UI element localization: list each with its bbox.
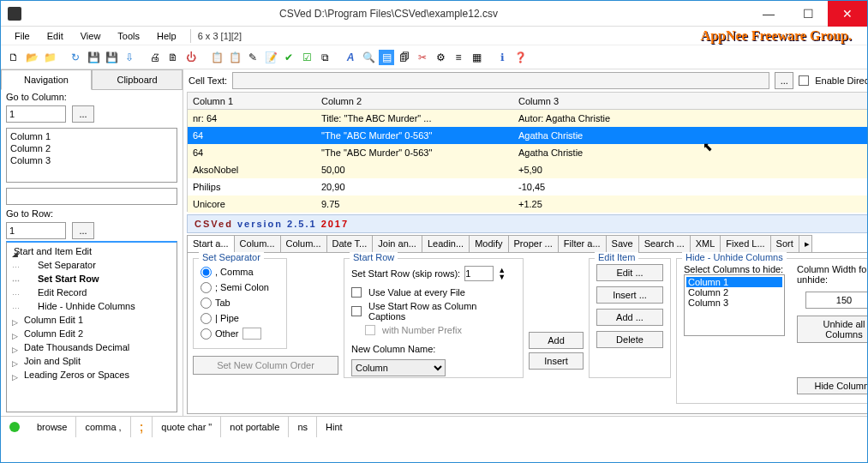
tab-search[interactable]: Search ... — [638, 235, 691, 252]
check-box-icon[interactable]: ☑ — [299, 50, 314, 65]
goto-row-button[interactable]: ... — [72, 222, 94, 239]
help-icon[interactable]: ❓ — [512, 50, 528, 65]
tree-start-item-edit[interactable]: Start and Item Edit — [9, 244, 175, 258]
exit-icon[interactable]: ⏻ — [183, 50, 199, 65]
tab-clipboard[interactable]: Clipboard — [92, 69, 183, 90]
radio-pipe[interactable]: | Pipe — [201, 310, 279, 326]
tab-join[interactable]: Join an... — [372, 235, 422, 252]
new-column-combo[interactable]: Column — [351, 359, 446, 376]
unhide-all-button[interactable]: Unhide all Columns — [797, 316, 868, 343]
start-row-spinner[interactable] — [464, 266, 494, 281]
tab-modify[interactable]: Modify — [469, 235, 508, 252]
edit-button[interactable]: Edit ... — [596, 264, 663, 281]
list-icon[interactable]: ≡ — [451, 50, 466, 65]
column-list-item[interactable]: Column 3 — [10, 154, 173, 166]
grid-icon[interactable]: ▦ — [469, 50, 484, 65]
chk-use-start-row-captions[interactable]: Use Start Row as Column Captions — [351, 302, 516, 321]
export-icon[interactable]: ⇩ — [122, 50, 137, 65]
column-list[interactable]: Column 1 Column 2 Column 3 — [6, 128, 177, 183]
tab-proper[interactable]: Proper ... — [508, 235, 559, 252]
column-width-input[interactable] — [805, 292, 868, 309]
insert-column-button[interactable]: Insert — [529, 352, 584, 370]
tab-xml[interactable]: XML — [690, 235, 721, 252]
menu-view[interactable]: View — [74, 29, 108, 43]
tab-column2[interactable]: Colum... — [280, 235, 327, 252]
delete-button[interactable]: Delete — [596, 331, 663, 348]
tool3-icon[interactable]: ⧉ — [317, 50, 332, 65]
cell-text-input[interactable] — [232, 72, 769, 89]
tab-fixed[interactable]: Fixed L... — [720, 235, 770, 252]
col-header-2[interactable]: Column 2 — [316, 96, 513, 106]
column-list-item[interactable]: Column 2 — [10, 142, 173, 154]
tree-hide-unhide[interactable]: Hide - Unhide Columns — [9, 299, 175, 313]
tree-leading-zeros[interactable]: Leading Zeros or Spaces — [9, 368, 175, 382]
tree-date-thousands[interactable]: Date Thousands Decimal — [9, 340, 175, 354]
tool2-icon[interactable]: 📝 — [263, 50, 278, 65]
tab-navigation[interactable]: Navigation — [1, 69, 92, 90]
goto-column-button[interactable]: ... — [72, 105, 94, 123]
tree-column-edit-2[interactable]: Column Edit 2 — [9, 327, 175, 340]
set-column-order-button[interactable]: Set New Column Order — [193, 356, 338, 375]
add-column-button[interactable]: Add — [529, 332, 584, 349]
settings-icon[interactable]: ⚙ — [433, 50, 448, 65]
tree-column-edit-1[interactable]: Column Edit 1 — [9, 313, 175, 327]
tool1-icon[interactable]: ✎ — [245, 50, 260, 65]
info-icon[interactable]: ℹ — [494, 50, 510, 65]
goto-column-input[interactable] — [6, 105, 66, 123]
page-icon[interactable]: 🗐 — [397, 50, 412, 65]
filter-input[interactable] — [6, 188, 177, 205]
check-green-icon[interactable]: ✔ — [281, 50, 296, 65]
hide-col-2[interactable]: Column 2 — [686, 287, 782, 298]
hide-col-3[interactable]: Column 3 — [686, 298, 782, 308]
add-button[interactable]: Add ... — [596, 309, 663, 326]
radio-semicolon[interactable]: ; Semi Colon — [201, 280, 279, 295]
zoom-icon[interactable]: 🔍 — [361, 50, 376, 65]
enable-direct-editing[interactable]: Enable Direct Editing — [799, 75, 868, 86]
new-icon[interactable]: 🗋 — [6, 50, 21, 65]
radio-other[interactable]: Other — [201, 326, 279, 341]
tree-set-separator[interactable]: Set Separator — [9, 258, 175, 272]
paste-icon[interactable]: 📋 — [227, 50, 242, 65]
tree-set-start-row[interactable]: Set Start Row — [9, 272, 175, 286]
tab-start[interactable]: Start a... — [187, 235, 235, 252]
tab-leading[interactable]: Leadin... — [422, 235, 470, 252]
menu-edit[interactable]: Edit — [40, 29, 70, 43]
radio-tab[interactable]: Tab — [201, 295, 279, 310]
nav-tree[interactable]: Start and Item Edit Set Separator Set St… — [6, 241, 177, 412]
data-grid[interactable]: Column 1 Column 2 Column 3 nr: 64Title: … — [187, 92, 868, 212]
col-header-1[interactable]: Column 1 — [188, 96, 316, 106]
col-header-3[interactable]: Column 3 — [513, 96, 736, 106]
radio-comma[interactable]: , Comma — [201, 264, 279, 280]
close-button[interactable]: ✕ — [828, 1, 867, 27]
goto-row-input[interactable] — [6, 222, 66, 239]
preview-icon[interactable]: 🗎 — [165, 50, 181, 65]
tab-more[interactable]: ▸ — [799, 235, 812, 252]
refresh-icon[interactable]: ↻ — [68, 50, 83, 65]
cut-icon[interactable]: ✂ — [415, 50, 430, 65]
menu-tools[interactable]: Tools — [111, 29, 147, 43]
tree-join-split[interactable]: Join and Split — [9, 354, 175, 368]
select-icon[interactable]: ▤ — [379, 50, 394, 65]
save-all-icon[interactable]: 💾 — [104, 50, 119, 65]
copy-icon[interactable]: 📋 — [209, 50, 224, 65]
tree-edit-record[interactable]: Edit Record — [9, 286, 175, 299]
save-icon[interactable]: 💾 — [86, 50, 101, 65]
tab-date[interactable]: Date T... — [326, 235, 374, 252]
tab-sort[interactable]: Sort — [770, 235, 799, 252]
minimize-button[interactable]: — — [749, 1, 788, 27]
folder-arrow-icon[interactable]: 📁 — [42, 50, 57, 65]
chk-use-value-every-file[interactable]: Use Value at every File — [351, 283, 516, 302]
maximize-button[interactable]: ☐ — [788, 1, 828, 27]
insert-button[interactable]: Insert ... — [596, 286, 663, 304]
print-icon[interactable]: 🖨 — [147, 50, 163, 65]
hide-column-list[interactable]: Column 1 Column 2 Column 3 — [684, 274, 785, 336]
font-icon[interactable]: A — [343, 50, 358, 65]
cell-text-browse[interactable]: ... — [775, 72, 793, 89]
hide-col-1[interactable]: Column 1 — [686, 277, 782, 287]
tab-filter[interactable]: Filter a... — [558, 235, 607, 252]
chk-number-prefix[interactable]: with Number Prefix — [351, 321, 516, 340]
tab-column1[interactable]: Colum... — [234, 235, 281, 252]
open-icon[interactable]: 📂 — [24, 50, 39, 65]
column-list-item[interactable]: Column 1 — [10, 130, 173, 142]
menu-help[interactable]: Help — [150, 29, 183, 43]
